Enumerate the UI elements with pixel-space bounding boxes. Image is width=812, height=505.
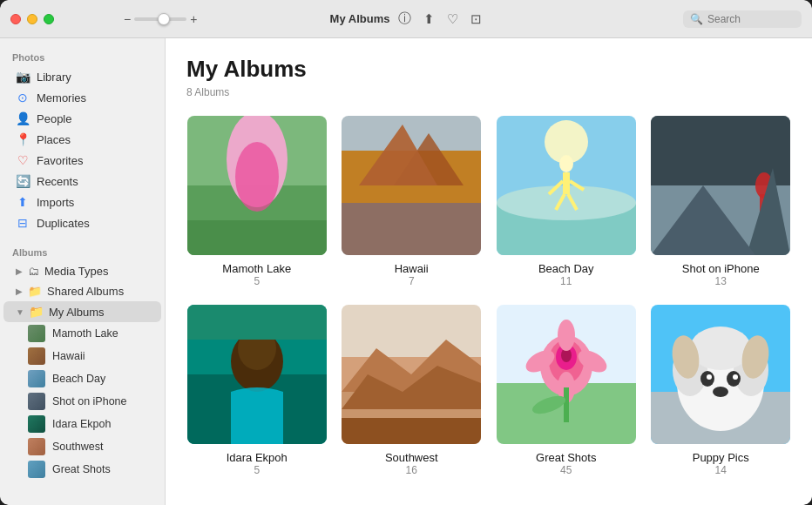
- album-shot-on-iphone[interactable]: Shot on iPhone 13: [651, 116, 792, 287]
- zoom-plus-button[interactable]: +: [190, 12, 197, 26]
- close-button[interactable]: [10, 14, 21, 24]
- sidebar-group-my-albums[interactable]: ▼ 📁 My Albums: [3, 301, 161, 322]
- album-mamoth-lake[interactable]: Mamoth Lake 5: [186, 116, 328, 287]
- page-title: My Albums: [186, 56, 791, 83]
- shared-albums-icon: 📁: [28, 285, 42, 298]
- search-bar[interactable]: 🔍: [683, 10, 802, 28]
- sidebar-subitem-hawaii[interactable]: Hawaii: [3, 345, 161, 367]
- album-thumb-great-shots: [497, 305, 636, 444]
- album-name: Shot on iPhone: [682, 262, 760, 275]
- albums-grid: Mamoth Lake 5 Hawaii: [186, 116, 791, 476]
- crop-icon[interactable]: ⊡: [470, 11, 482, 27]
- zoom-minus-button[interactable]: −: [124, 12, 131, 26]
- maximize-button[interactable]: [44, 14, 54, 24]
- mamoth-lake-thumb: [28, 325, 45, 342]
- svg-point-14: [559, 155, 573, 172]
- imports-icon: ⬆: [16, 195, 30, 209]
- subitem-label: Hawaii: [52, 350, 85, 362]
- sidebar-item-label: Duplicates: [37, 217, 90, 230]
- shot-on-iphone-thumb: [28, 393, 45, 410]
- idara-ekpoh-thumb: [28, 415, 45, 433]
- media-types-icon: 🗂: [28, 265, 39, 278]
- photos-section-label: Photos: [0, 45, 165, 66]
- memories-icon: ⊙: [16, 91, 30, 104]
- my-albums-icon: 📁: [30, 305, 44, 319]
- sidebar: Photos 📷 Library ⊙ Memories 👤 People 📍 P…: [0, 38, 166, 505]
- heart-icon[interactable]: ♡: [447, 11, 458, 27]
- album-thumb-beach-day: [497, 116, 636, 255]
- svg-point-55: [690, 327, 751, 370]
- sidebar-item-library[interactable]: 📷 Library: [3, 66, 161, 87]
- zoom-thumb: [158, 13, 170, 25]
- sidebar-item-places[interactable]: 📍 Places: [3, 129, 161, 150]
- album-thumb-shot-on-iphone: [651, 116, 790, 255]
- sidebar-item-label: Places: [37, 133, 71, 146]
- sidebar-item-people[interactable]: 👤 People: [3, 108, 161, 129]
- sidebar-item-favorites[interactable]: ♡ Favorites: [3, 150, 161, 171]
- great-shots-thumb: [28, 461, 45, 478]
- places-icon: 📍: [16, 132, 30, 146]
- sidebar-item-memories[interactable]: ⊙ Memories: [3, 87, 161, 108]
- album-beach-day[interactable]: Beach Day 11: [496, 116, 637, 287]
- svg-point-46: [558, 320, 575, 351]
- subitem-label: Southwest: [52, 441, 103, 453]
- hawaii-thumb: [28, 347, 45, 365]
- sidebar-item-recents[interactable]: 🔄 Recents: [3, 171, 161, 192]
- album-count: 14: [715, 464, 727, 476]
- sidebar-item-label: People: [37, 112, 71, 125]
- album-count: 13: [715, 275, 727, 287]
- sidebar-subitem-shot-on-iphone[interactable]: Shot on iPhone: [3, 390, 161, 413]
- southwest-thumb: [28, 438, 45, 455]
- svg-rect-4: [187, 220, 327, 255]
- album-name: Puppy Pics: [693, 451, 749, 464]
- sidebar-group-media-types[interactable]: ▶ 🗂 Media Types: [3, 261, 161, 281]
- album-count: 5: [254, 275, 260, 287]
- album-hawaii[interactable]: Hawaii 7: [342, 116, 483, 287]
- sidebar-subitem-beach-day[interactable]: Beach Day: [3, 367, 161, 390]
- sidebar-subitem-idara-ekpoh[interactable]: Idara Ekpoh: [3, 413, 161, 435]
- sidebar-subitem-mamoth-lake[interactable]: Mamoth Lake: [3, 322, 161, 345]
- titlebar-right: 🔍: [683, 10, 802, 28]
- traffic-lights: [10, 14, 54, 24]
- sidebar-item-imports[interactable]: ⬆ Imports: [3, 192, 161, 212]
- album-name: Hawaii: [395, 262, 429, 275]
- chevron-right-icon: ▶: [16, 286, 23, 296]
- share-icon[interactable]: ⬆: [423, 11, 435, 27]
- group-label: Shared Albums: [47, 285, 124, 298]
- search-icon: 🔍: [690, 13, 703, 25]
- album-idara-ekpoh[interactable]: Idara Ekpoh 5: [186, 305, 328, 476]
- minimize-button[interactable]: [27, 14, 37, 24]
- sidebar-item-label: Recents: [37, 175, 78, 188]
- search-input[interactable]: [707, 13, 795, 25]
- album-count: 5: [254, 464, 260, 476]
- duplicates-icon: ⊟: [16, 216, 30, 230]
- zoom-slider[interactable]: [134, 17, 186, 21]
- content-area: My Albums 8 Albums Mamoth Lake: [166, 38, 812, 505]
- album-count: 7: [409, 275, 415, 287]
- library-icon: 📷: [16, 70, 30, 84]
- sidebar-group-shared-albums[interactable]: ▶ 📁 Shared Albums: [3, 281, 161, 301]
- album-puppy-pics[interactable]: Puppy Pics 14: [651, 305, 792, 476]
- sidebar-item-label: Memories: [37, 91, 86, 104]
- subitem-label: Great Shots: [52, 463, 111, 475]
- sidebar-subitem-great-shots[interactable]: Great Shots: [3, 458, 161, 481]
- album-thumb-idara-ekpoh: [187, 305, 327, 444]
- info-icon[interactable]: ⓘ: [398, 10, 411, 27]
- album-name: Mamoth Lake: [222, 262, 291, 275]
- group-label: My Albums: [49, 306, 105, 319]
- sidebar-subitem-southwest[interactable]: Southwest: [3, 435, 161, 458]
- album-southwest[interactable]: Southwest 16: [342, 305, 483, 476]
- album-thumb-puppy-pics: [651, 305, 790, 444]
- album-thumb-mamoth-lake: [187, 116, 327, 255]
- subitem-label: Mamoth Lake: [52, 327, 118, 340]
- album-count: 45: [560, 464, 572, 476]
- album-count: 16: [406, 464, 417, 476]
- sidebar-item-duplicates[interactable]: ⊟ Duplicates: [3, 212, 161, 233]
- album-thumb-hawaii: [342, 116, 481, 255]
- chevron-down-icon: ▼: [16, 307, 24, 317]
- albums-section-label: Albums: [0, 240, 165, 261]
- album-name: Southwest: [385, 451, 438, 464]
- titlebar-center: My Albums ⓘ ⬆ ♡ ⊡: [330, 10, 483, 27]
- favorites-icon: ♡: [16, 153, 30, 167]
- album-great-shots[interactable]: Great Shots 45: [496, 305, 637, 476]
